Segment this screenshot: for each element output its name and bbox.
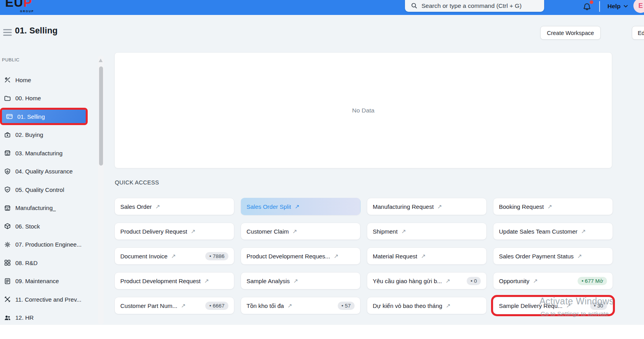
chevron-down-icon <box>624 5 628 8</box>
shortcut-sales-order-split[interactable]: Sales Order Split ↗ <box>241 198 361 215</box>
shortcut-label: Shipment <box>373 228 397 235</box>
shortcut-label: Sample Analysis <box>247 278 290 284</box>
shortcut-label: Customer Part Num... <box>120 302 177 309</box>
shortcut-product-delivery-request[interactable]: Product Delivery Request ↗ <box>114 223 234 240</box>
shortcut-label: Dự kiến vỏ bao theo tháng <box>373 302 442 309</box>
tools-icon <box>4 76 11 83</box>
shortcut-label: Product Development Reques... <box>247 253 330 260</box>
notifications-bell-icon[interactable] <box>582 0 593 12</box>
shortcut-material-request[interactable]: Material Request ↗ <box>367 247 487 265</box>
sidebar-item-label: 02. Buying <box>15 131 43 138</box>
sidebar-item-11-corrective[interactable]: 11. Corrective and Prev... <box>0 293 98 306</box>
sidebar-item-02-buying[interactable]: 02. Buying <box>0 128 98 142</box>
open-link-icon: ↗ <box>191 228 195 234</box>
sidebar-item-manufacturing[interactable]: Manufacturing_ <box>0 201 98 215</box>
company-logo[interactable]: EUP GROUP <box>5 0 32 9</box>
quick-access-heading: QUICK ACCESS <box>115 179 159 186</box>
shield-star-icon <box>4 168 11 175</box>
open-link-icon: ↗ <box>204 278 209 284</box>
store-icon <box>4 205 11 212</box>
shortcut-label: Opportunity <box>499 278 530 284</box>
shortcut-update-sales-team-customer[interactable]: Update Sales Team Customer ↗ <box>493 223 613 240</box>
shortcut-sample-analysis[interactable]: Sample Analysis ↗ <box>241 272 361 289</box>
global-search-input[interactable]: Search or type a command (Ctrl + G) <box>405 0 544 12</box>
users-icon <box>4 314 11 321</box>
count-badge: • 57 <box>338 302 355 310</box>
page-title: 01. Selling <box>15 26 58 36</box>
help-menu[interactable]: Help <box>607 0 628 12</box>
shortcut-label: Tồn kho tối đa <box>247 302 284 309</box>
sidebar-item-label: 00. Home <box>15 95 41 101</box>
open-link-icon: ↗ <box>547 203 552 210</box>
sidebar-item-07-production-engineering[interactable]: 07. Production Enginee... <box>0 238 98 251</box>
shortcut-label: Manufacturing Request <box>373 203 434 210</box>
open-link-icon: ↗ <box>401 228 406 234</box>
user-avatar[interactable]: E <box>633 0 644 13</box>
sidebar-section-label: PUBLIC <box>2 57 20 62</box>
logo-text: EUP <box>5 0 32 9</box>
shortcut-document-invoice[interactable]: Document Invoice ↗ • 7886 <box>114 247 234 265</box>
sidebar-item-label: 05. Quality Control <box>15 186 64 193</box>
sidebar-item-label: 04. Quality Assurance <box>15 168 73 175</box>
app-window: EUP GROUP Search or type a command (Ctrl… <box>0 0 644 339</box>
dashboard-chart-card: No Data <box>114 52 612 168</box>
windows-activation-subtext: Go to Settings to activate <box>541 310 609 317</box>
sidebar-item-08-rd[interactable]: 08. R&D <box>0 256 98 269</box>
sidebar-item-label: 08. R&D <box>15 260 38 266</box>
shortcut-opportunity[interactable]: Opportunity ↗ • 677 Mở <box>493 272 613 289</box>
shortcut-booking-request[interactable]: Booking Request ↗ <box>493 198 613 215</box>
open-link-icon: ↗ <box>445 278 450 284</box>
box-icon <box>4 223 11 230</box>
shortcut-customer-claim[interactable]: Customer Claim ↗ <box>241 223 361 240</box>
sidebar-item-label: 12. HR <box>15 314 34 321</box>
shortcut-ton-kho-toi-da[interactable]: Tồn kho tối đa ↗ • 57 <box>241 297 361 314</box>
logo-subtext: GROUP <box>20 10 34 13</box>
shortcut-customer-part-number[interactable]: Customer Part Num... ↗ • 6667 <box>114 297 234 314</box>
shortcut-sales-order[interactable]: Sales Order ↗ <box>114 198 234 215</box>
shield-check-icon <box>4 186 11 193</box>
shortcut-manufacturing-request[interactable]: Manufacturing Request ↗ <box>367 198 487 215</box>
sidebar-item-06-stock[interactable]: 06. Stock <box>0 219 98 233</box>
open-link-icon: ↗ <box>437 203 442 210</box>
sidebar-item-label: Manufacturing_ <box>15 205 56 211</box>
open-link-icon: ↗ <box>181 302 186 309</box>
sidebar-item-home[interactable]: Home <box>0 73 98 87</box>
sidebar-scrollbar[interactable] <box>98 55 104 324</box>
sidebar-item-12-hr[interactable]: 12. HR <box>0 311 98 324</box>
workspace-sidebar: Home 00. Home 01. Selling 02. Buying 03.… <box>0 73 98 329</box>
shortcut-product-development-request[interactable]: Product Development Request ↗ <box>114 272 234 289</box>
shortcut-label: Product Delivery Request <box>120 228 187 235</box>
shortcut-label: Yêu cầu giao hàng gửi b... <box>373 278 442 284</box>
edit-button[interactable]: Edit <box>632 26 644 40</box>
shortcut-shipment[interactable]: Shipment ↗ <box>367 223 487 240</box>
shortcut-du-kien-vo-bao[interactable]: Dự kiến vỏ bao theo tháng ↗ <box>367 297 487 314</box>
sidebar-item-label: Home <box>15 77 31 83</box>
avatar-initial: E <box>638 2 643 10</box>
windows-activation-watermark: Activate Windows <box>539 296 614 307</box>
open-link-icon: ↗ <box>293 228 297 234</box>
open-link-icon: ↗ <box>446 302 451 309</box>
gear-icon <box>4 241 11 248</box>
sidebar-item-01-selling[interactable]: 01. Selling <box>2 110 86 123</box>
notification-dot <box>590 0 593 4</box>
shortcut-yeu-cau-giao-hang[interactable]: Yêu cầu giao hàng gửi b... ↗ • 0 <box>367 272 487 289</box>
sidebar-item-04-quality-assurance[interactable]: 04. Quality Assurance <box>0 165 98 178</box>
sidebar-item-05-quality-control[interactable]: 05. Quality Control <box>0 183 98 196</box>
topbar: EUP GROUP Search or type a command (Ctrl… <box>0 0 644 15</box>
open-link-icon: ↗ <box>171 253 176 259</box>
shortcut-product-development-reques[interactable]: Product Development Reques... ↗ <box>241 247 361 265</box>
scrollbar-thumb[interactable] <box>99 66 103 166</box>
sidebar-toggle-icon[interactable] <box>3 29 12 37</box>
sidebar-item-09-maintenance[interactable]: 09. Maintenance <box>0 275 98 288</box>
open-link-icon: ↗ <box>581 228 586 234</box>
scroll-up-arrow-icon[interactable] <box>99 59 103 62</box>
search-icon <box>411 2 418 9</box>
help-label: Help <box>607 3 621 10</box>
sidebar-item-label: 11. Corrective and Prev... <box>15 296 81 303</box>
create-workspace-button[interactable]: Create Workspace <box>540 26 601 40</box>
open-link-icon: ↗ <box>287 302 292 309</box>
sidebar-item-00-home[interactable]: 00. Home <box>0 92 98 105</box>
shortcut-sales-order-payment-status[interactable]: Sales Order Payment Status ↗ <box>493 247 613 265</box>
bottom-strip <box>0 325 644 339</box>
sidebar-item-03-manufacturing[interactable]: 03. Manufacturing <box>0 146 98 160</box>
